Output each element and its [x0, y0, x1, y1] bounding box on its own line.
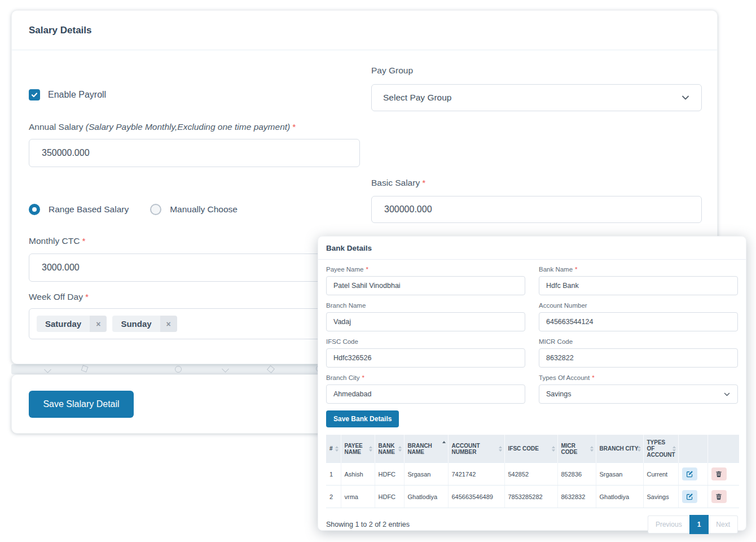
bank-name-label: Bank Name* [539, 266, 738, 273]
column-header-delete [707, 435, 739, 463]
checkmark-icon [31, 91, 38, 98]
sort-icon [499, 446, 502, 452]
cell-city: Srgasan [596, 463, 643, 486]
sort-icon [398, 446, 402, 452]
micr-code-input[interactable] [539, 348, 738, 368]
pay-group-select[interactable]: Select Pay Group [371, 84, 702, 111]
background-doodle [267, 365, 275, 373]
cell-delete [707, 463, 739, 486]
column-header-payee-name[interactable]: PAYEE NAME [341, 435, 375, 463]
pay-group-selected-value: Select Pay Group [383, 93, 451, 103]
background-doodle [44, 366, 51, 373]
background-doodle [175, 366, 182, 373]
sort-icon [552, 446, 555, 452]
cell-delete [707, 486, 739, 508]
range-based-salary-radio[interactable] [29, 204, 40, 215]
account-number-label: Account Number [539, 302, 738, 309]
edit-row-button[interactable] [682, 467, 697, 480]
edit-row-button[interactable] [682, 490, 697, 503]
cell-payee: Ashish [341, 463, 375, 486]
cell-ifsc: 542852 [504, 463, 557, 486]
enable-payroll-checkbox[interactable] [29, 89, 40, 100]
payee-name-input[interactable] [326, 276, 525, 295]
range-based-salary-label: Range Based Salary [49, 204, 129, 215]
cell-payee: vrma [341, 486, 375, 508]
chevron-down-icon [723, 391, 731, 398]
manually-choose-radio[interactable] [150, 204, 161, 215]
column-header-account-number[interactable]: ACCOUNT NUMBER [448, 435, 504, 463]
column-header-branch-city[interactable]: BRANCH CITY [596, 435, 643, 463]
showing-entries-text: Showing 1 to 2 of 2 entries [326, 521, 410, 528]
bank-details-form: Payee Name* Bank Name* Branch Name Accou… [318, 260, 746, 404]
salary-mode-radio-group: Range Based Salary Manually Choose [29, 204, 238, 215]
bank-name-input[interactable] [539, 276, 738, 295]
annual-salary-input[interactable] [29, 139, 360, 167]
cell-micr: 852836 [557, 463, 596, 486]
column-header-ifsc-code[interactable]: IFSC CODE [504, 435, 557, 463]
ifsc-code-input[interactable] [326, 348, 525, 368]
save-salary-detail-button[interactable]: Save Slalary Detail [29, 391, 134, 418]
basic-salary-label: Basic Salary* [371, 178, 425, 188]
page-root: { "colors": { "primary_blue": "#1779ae",… [0, 0, 756, 542]
enable-payroll-label: Enable Payroll [48, 90, 106, 100]
ifsc-code-field: IFSC Code [326, 338, 525, 368]
sort-icon [638, 446, 641, 452]
delete-row-button[interactable] [711, 490, 727, 503]
ifsc-code-label: IFSC Code [326, 338, 525, 345]
table-footer: Showing 1 to 2 of 2 entries Previous 1 N… [326, 515, 738, 534]
account-type-field: Types Of Account* Savings [539, 374, 738, 404]
salary-card-header: Salary Details [12, 11, 717, 50]
cell-index: 1 [326, 463, 341, 486]
bank-name-field: Bank Name* [539, 266, 738, 295]
table-header-row: # PAYEE NAME BANK NAME BRANCH NAME ACCOU… [326, 435, 739, 463]
sort-icon [673, 446, 676, 452]
sort-ascending-icon [442, 441, 446, 447]
cell-branch: Srgasan [404, 463, 448, 486]
micr-code-field: MICR Code [539, 338, 738, 368]
branch-city-label: Branch City* [326, 374, 525, 381]
pagination-previous-button[interactable]: Previous [648, 515, 689, 534]
edit-icon [686, 470, 693, 478]
edit-icon [686, 493, 693, 500]
payee-name-label: Payee Name* [326, 266, 525, 273]
cell-edit [678, 463, 707, 486]
branch-name-field: Branch Name [326, 302, 525, 331]
branch-city-field: Branch City* [326, 374, 525, 404]
trash-icon [715, 470, 722, 478]
pay-group-label: Pay Group [371, 65, 413, 76]
column-header-types-of-account[interactable]: TYPES OF ACCOUNT [643, 435, 678, 463]
column-header-index[interactable]: # [326, 435, 341, 463]
save-bank-details-button[interactable]: Save Bank Details [326, 410, 399, 427]
monthly-ctc-label: Monthly CTC* [29, 236, 85, 246]
column-header-edit [678, 435, 707, 463]
basic-salary-input[interactable] [371, 196, 702, 223]
column-header-bank-name[interactable]: BANK NAME [375, 435, 404, 463]
close-icon[interactable]: × [90, 316, 107, 332]
branch-name-input[interactable] [326, 312, 525, 331]
monthly-ctc-input[interactable] [29, 253, 360, 282]
cell-account: 7421742 [448, 463, 504, 486]
cell-edit [678, 486, 707, 508]
account-number-field: Account Number [539, 302, 738, 331]
branch-city-input[interactable] [326, 384, 525, 404]
pagination-next-button[interactable]: Next [709, 515, 738, 534]
close-icon[interactable]: × [160, 316, 177, 332]
annual-salary-label: Annual Salary (Salary Payble Monthly,Exc… [29, 122, 296, 132]
column-header-branch-name[interactable]: BRANCH NAME [404, 435, 448, 463]
column-header-micr-code[interactable]: MICR CODE [557, 435, 596, 463]
pagination: Previous 1 Next [648, 515, 738, 534]
cell-micr: 8632832 [557, 486, 596, 508]
chip-sunday: Sunday × [112, 316, 177, 332]
payee-name-field: Payee Name* [326, 266, 525, 295]
delete-row-button[interactable] [711, 467, 727, 480]
account-type-select[interactable]: Savings [539, 384, 738, 404]
account-number-input[interactable] [539, 312, 738, 331]
cell-type: Savings [643, 486, 678, 508]
table-row: 1 Ashish HDFC Srgasan 7421742 542852 852… [326, 463, 739, 486]
cell-bank: HDFC [375, 486, 404, 508]
bank-details-card: Bank Details Payee Name* Bank Name* Bran… [318, 236, 746, 531]
micr-code-label: MICR Code [539, 338, 738, 345]
week-off-day-multiselect[interactable]: Saturday × Sunday × [29, 308, 360, 339]
pagination-page-1-button[interactable]: 1 [689, 515, 709, 534]
salary-card-title: Salary Details [29, 25, 92, 36]
